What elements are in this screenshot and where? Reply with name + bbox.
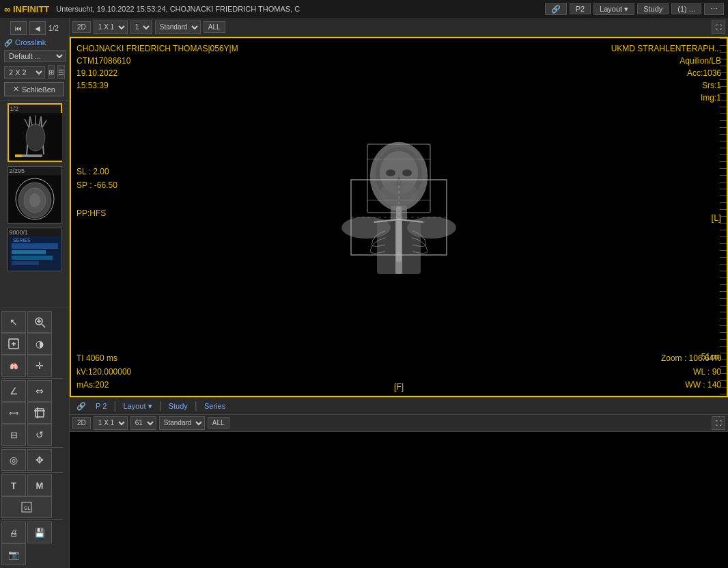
v2-expand-btn[interactable]: ⛶ <box>712 416 725 430</box>
tool-row-6: ⊟ ↺ <box>1 424 68 446</box>
v1-expand-btn[interactable]: ⛶ <box>712 21 725 34</box>
circle-tool[interactable]: ◎ <box>1 449 26 471</box>
link-icon-btn[interactable]: 🔗 <box>545 3 567 15</box>
crop-tool[interactable] <box>27 402 52 424</box>
layout-btn[interactable]: Layout ▾ <box>593 3 634 15</box>
thumb1-image <box>9 113 62 161</box>
thumbnail-3[interactable]: 9000/1 SERIES <box>8 228 62 271</box>
more-btn[interactable]: ⋯ <box>704 3 724 15</box>
svg-point-3 <box>26 124 45 151</box>
layout-select[interactable]: 2 X 2 <box>4 66 45 79</box>
layout-dropdown[interactable]: 2 X 2 <box>4 66 45 79</box>
crosslink-row[interactable]: 🔗 Crosslink <box>1 37 68 48</box>
schliessen-icon: ✕ <box>13 85 19 94</box>
acc: Acc:1036 <box>611 67 721 79</box>
viewer-second[interactable] <box>70 431 728 568</box>
thumb2-image <box>8 175 61 223</box>
mt-series-btn[interactable]: Series <box>201 401 228 411</box>
view-list-btn[interactable]: ☰ <box>57 65 65 79</box>
print-tool[interactable]: 🖨 <box>1 522 26 543</box>
crosslink-label: Crosslink <box>15 38 46 46</box>
v1-mode-btn[interactable]: 2D <box>72 21 91 33</box>
sl-tool[interactable]: SL <box>1 496 52 518</box>
svg-point-39 <box>386 170 395 176</box>
ww-value: WW : 140 <box>661 379 721 392</box>
mas-value: mAs:202 <box>76 379 131 392</box>
p2-btn[interactable]: P2 <box>570 3 591 14</box>
save-tool[interactable]: 💾 <box>27 522 52 543</box>
svg-text:SERIES: SERIES <box>13 238 31 243</box>
study-btn[interactable]: Study <box>637 3 669 14</box>
v2-mode-btn[interactable]: 2D <box>72 417 91 429</box>
body-tool[interactable]: 🫁 <box>1 355 26 377</box>
overlay-mid-left: SL : 2.00 SP : -66.50 PP:HFS <box>76 165 117 221</box>
subtract-tool[interactable]: ⊟ <box>1 424 26 446</box>
tool-divider-2 <box>1 447 63 448</box>
mirror-tool[interactable]: ⇔ <box>27 380 52 402</box>
srs: Srs:1 <box>611 79 721 92</box>
mt-layout-btn[interactable]: Layout ▾ <box>120 401 154 411</box>
thumbnail-1[interactable]: 1/2 <box>8 103 62 162</box>
zoom-box-tool[interactable] <box>1 333 26 355</box>
v1-size-select[interactable]: 1 X 1 <box>94 21 128 34</box>
main-layout: ⏮ ◀ 1/2 🔗 Crosslink Default ... 2 X 2 <box>0 18 728 568</box>
camera-tool[interactable]: 📷 <box>1 543 26 565</box>
institution: UKMD STRAHLENTERAPH... <box>611 42 721 55</box>
tool-row-sl: SL <box>1 496 68 518</box>
top-bar: ∞ INFINITT Untersucht, 19.10.2022 15:53:… <box>0 0 728 18</box>
v1-filter-select[interactable]: Standard <box>155 21 201 34</box>
v1-index-select[interactable]: 1 <box>130 21 152 34</box>
nav-prev-prev[interactable]: ⏮ <box>10 21 27 35</box>
default-dropdown[interactable]: Default ... <box>4 49 65 62</box>
tool-row-3: 🫁 ✛ <box>1 355 68 377</box>
count-btn[interactable]: (1) ... <box>671 3 701 14</box>
view-grid-btn[interactable]: ⊞ <box>48 65 55 79</box>
left-panel: ⏮ ◀ 1/2 🔗 Crosslink Default ... 2 X 2 <box>0 18 70 568</box>
viewer-main[interactable]: CHOJNACKI FRIEDRICH THOMAS|056Y|M CTM170… <box>70 37 728 397</box>
app-logo: ∞ INFINITT <box>4 4 49 14</box>
rotate-tool[interactable]: ↺ <box>27 424 52 446</box>
move-tool[interactable]: ✛ <box>27 355 52 377</box>
tool-row-7: ◎ ✥ <box>1 449 68 471</box>
ruler-tool[interactable]: ⟺ <box>1 402 26 424</box>
tool-row-5: ⟺ <box>1 402 68 424</box>
v1-all-btn[interactable]: ALL <box>204 21 225 33</box>
schliessen-button[interactable]: ✕ Schließen <box>4 82 64 96</box>
kv-value: kV:120.000000 <box>76 366 131 379</box>
img: Img:1 <box>611 92 721 104</box>
tool-divider-1 <box>1 378 63 379</box>
thumbnail-2[interactable]: 2/295 <box>8 166 62 224</box>
v2-filter-select[interactable]: Standard <box>159 416 205 430</box>
mt-p2-btn[interactable]: P 2 <box>93 401 109 411</box>
modality: Aquilion/LB <box>611 55 721 67</box>
top-buttons: 🔗 P2 Layout ▾ Study (1) ... ⋯ <box>545 3 724 15</box>
tools-section: ↖ ◑ 🫁 ✛ ∠ ⇔ ⟺ <box>0 308 69 568</box>
mt-sep2: | <box>159 400 162 412</box>
study-time: 15:53:39 <box>76 79 238 92</box>
text-tool[interactable]: T <box>1 474 26 496</box>
v2-all-btn[interactable]: ALL <box>208 417 229 429</box>
zoom-in-tool[interactable] <box>27 311 52 333</box>
angle-tool[interactable]: ∠ <box>1 380 26 402</box>
mt-link-btn[interactable]: 🔗 <box>74 401 89 411</box>
thumb-panel: 1/2 <box>0 100 69 308</box>
mark-tool[interactable]: M <box>27 474 52 496</box>
pan2-tool[interactable]: ✥ <box>27 449 52 471</box>
v2-index-select[interactable]: 61 <box>130 416 156 430</box>
tool-row-1: ↖ <box>1 311 68 333</box>
overlay-bottom-left: TI 4060 ms kV:120.000000 mAs:202 <box>76 352 131 392</box>
mt-study-btn[interactable]: Study <box>166 401 191 411</box>
svg-line-24 <box>42 324 45 327</box>
left-panel-top: ⏮ ◀ 1/2 🔗 Crosslink Default ... 2 X 2 <box>0 18 69 100</box>
crosslink-icon: 🔗 <box>4 39 12 46</box>
select-tool[interactable]: ↖ <box>1 311 26 333</box>
v2-size-select[interactable]: 1 X 1 <box>94 416 128 430</box>
svg-point-14 <box>29 193 40 207</box>
nav-prev[interactable]: ◀ <box>29 21 46 35</box>
patient-name: CHOJNACKI FRIEDRICH THOMAS|056Y|M <box>76 42 238 55</box>
tool-divider-3 <box>1 472 63 473</box>
wl-tool[interactable]: ◑ <box>27 333 52 355</box>
default-select[interactable]: Default ... <box>4 50 66 62</box>
pp-value: PP:HFS <box>76 206 117 220</box>
spacer-line <box>76 193 117 206</box>
